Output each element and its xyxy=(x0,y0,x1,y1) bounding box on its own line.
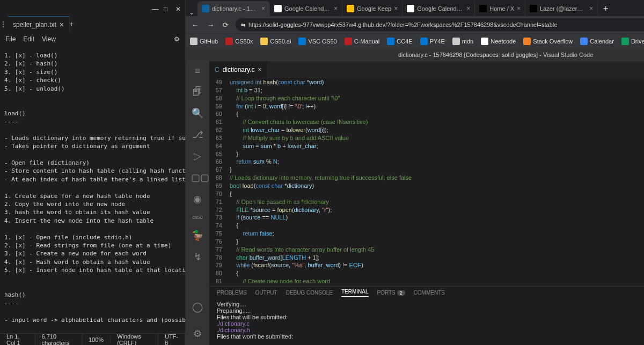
panel-tab-ports[interactable]: PORTS 2 xyxy=(377,290,405,296)
bookmark-label: GitHub xyxy=(200,38,218,45)
reload-icon[interactable]: ⟳ xyxy=(221,21,230,29)
tab-dropdown-icon[interactable]: ⌄ xyxy=(186,9,197,16)
browser-tab[interactable]: Google Calendar - Ta× xyxy=(402,1,475,16)
menu-file[interactable]: File xyxy=(5,35,16,43)
url-bar[interactable]: ⇆ https://solid-goggles-977vwwpp4rx537w4… xyxy=(236,18,644,31)
bookmark-label: Neetcode xyxy=(491,38,516,45)
bookmark-item[interactable]: CS50.ai xyxy=(260,38,291,45)
bookmark-favicon-icon xyxy=(260,38,268,45)
bookmark-favicon-icon xyxy=(621,38,629,45)
browser-tab[interactable]: dictionary.c - 157846× xyxy=(197,1,270,16)
panel-tab-terminal[interactable]: TERMINAL xyxy=(341,289,369,297)
vscode-main: ≡ 🗐 🔍 ⎇ ▷ ▢▢ ◉ cs50 🦆 ↯ ◯ ⚙ C dictionary… xyxy=(186,61,644,345)
url-text: https://solid-goggles-977vwwpp4rx537w4.g… xyxy=(248,21,557,28)
close-tab-icon[interactable]: × xyxy=(466,5,470,12)
bookmark-favicon-icon xyxy=(481,38,488,45)
new-tab-button[interactable]: + xyxy=(70,20,74,28)
bookmark-favicon-icon xyxy=(225,38,233,45)
explorer-icon[interactable]: 🗐 xyxy=(191,86,204,98)
live-share-icon[interactable]: ↯ xyxy=(191,251,204,263)
close-tab-icon[interactable]: × xyxy=(517,5,521,12)
bookmark-item[interactable]: Neetcode xyxy=(481,38,516,45)
bookmark-item[interactable]: PY4E xyxy=(420,38,445,45)
menu-icon[interactable]: ≡ xyxy=(191,65,204,77)
panel-tab-problems[interactable]: PROBLEMS xyxy=(217,290,247,296)
close-tab-icon[interactable]: × xyxy=(258,66,261,74)
settings-gear-icon[interactable]: ⚙ xyxy=(191,328,204,340)
close-icon[interactable]: ✕ xyxy=(175,5,181,11)
bookmark-item[interactable]: VSC CS50 xyxy=(298,38,336,45)
search-icon[interactable]: 🔍 xyxy=(191,107,204,119)
tab-label: Home / X xyxy=(489,5,514,12)
bookmark-item[interactable]: Stack Overflow xyxy=(523,38,573,45)
close-tab-icon[interactable]: × xyxy=(334,5,338,12)
bookmark-label: Stack Overflow xyxy=(533,38,573,45)
menu-view[interactable]: View xyxy=(42,35,56,43)
close-tab-icon[interactable]: × xyxy=(261,5,265,12)
code-editor[interactable]: 4957585960616263646566676869707172737475… xyxy=(209,78,644,286)
bookmarks-bar: GitHubCS50xCS50.aiVSC CS50C-ManualCC4EPY… xyxy=(186,33,644,48)
tab-label: Google Calendar - Ta xyxy=(417,5,464,12)
editor-tab-bar: C dictionary.c × style50 ◫ ⋯ xyxy=(209,61,644,78)
duck-icon[interactable]: 🦆 xyxy=(191,230,204,241)
bookmark-item[interactable]: mdn xyxy=(452,38,473,45)
bookmark-item[interactable]: GitHub xyxy=(190,38,218,45)
left-text-content[interactable]: 1. [x] - load() 2. [x] - hash() 3. [x] -… xyxy=(0,46,185,333)
terminal-output[interactable]: Verifying....Preparing.....Files that wi… xyxy=(209,299,644,345)
panel-tab-comments[interactable]: COMMENTS xyxy=(414,290,445,296)
bookmark-item[interactable]: C-Manual xyxy=(345,38,380,45)
new-browser-tab-button[interactable]: + xyxy=(598,1,613,16)
browser-tab[interactable]: Google Calendar - W× xyxy=(270,1,342,16)
browser-tab-strip: ⌄ dictionary.c - 157846×Google Calendar … xyxy=(186,0,644,16)
forward-icon[interactable]: → xyxy=(206,21,216,29)
close-tab-icon[interactable]: × xyxy=(394,5,398,12)
browser-nav-bar: ← → ⟳ ⇆ https://solid-goggles-977vwwpp4r… xyxy=(186,16,644,33)
close-tab-icon[interactable]: × xyxy=(589,5,593,12)
activity-bar: ≡ 🗐 🔍 ⎇ ▷ ▢▢ ◉ cs50 🦆 ↯ ◯ ⚙ xyxy=(186,61,209,345)
accounts-icon[interactable]: ◯ xyxy=(191,301,204,313)
editor-tab[interactable]: C dictionary.c × xyxy=(209,61,267,78)
status-zoom[interactable]: 100% xyxy=(82,336,111,343)
line-gutter: 4957585960616263646566676869707172737475… xyxy=(209,78,228,286)
maximize-icon[interactable]: □ xyxy=(164,5,169,11)
code-body[interactable]: unsigned int hash(const char *word) int … xyxy=(228,78,644,286)
tab-label: dictionary.c - 157846 xyxy=(212,5,259,12)
bookmark-item[interactable]: CS50x xyxy=(225,38,253,45)
browser-tab[interactable]: Lazer (@lazerXdev) /× xyxy=(525,1,598,16)
close-tab-icon[interactable]: × xyxy=(60,20,64,29)
tab-label: Google Keep xyxy=(357,5,391,12)
bookmark-favicon-icon xyxy=(298,38,306,45)
drag-handle-icon: ⋮⋮ xyxy=(0,20,8,28)
source-control-icon[interactable]: ⎇ xyxy=(191,129,204,141)
browser-tab[interactable]: Home / X× xyxy=(475,1,525,16)
extensions-icon[interactable]: ▢▢ xyxy=(191,172,204,183)
bookmark-label: VSC CS50 xyxy=(308,38,336,45)
remote-icon[interactable]: ◉ xyxy=(191,193,204,205)
bookmark-label: CC4E xyxy=(397,38,412,45)
back-icon[interactable]: ← xyxy=(190,21,200,29)
panel-tab-bar: PROBLEMS OUTPUT DEBUG CONSOLE TERMINAL P… xyxy=(209,287,644,299)
browser-tab[interactable]: Google Keep× xyxy=(342,1,402,16)
status-eol[interactable]: Windows (CRLF) xyxy=(111,333,158,346)
menu-edit[interactable]: Edit xyxy=(23,35,34,43)
left-window-controls: — □ ✕ xyxy=(0,0,185,16)
bookmark-item[interactable]: CC4E xyxy=(387,38,412,45)
status-position[interactable]: Ln 1, Col 1 xyxy=(0,333,35,346)
run-debug-icon[interactable]: ▷ xyxy=(191,150,204,162)
bookmark-item[interactable]: Drive xyxy=(621,38,644,45)
status-encoding[interactable]: UTF-8 xyxy=(158,333,185,346)
vscode-panel: PROBLEMS OUTPUT DEBUG CONSOLE TERMINAL P… xyxy=(209,286,644,345)
bookmark-item[interactable]: Calendar xyxy=(580,38,614,45)
panel-tab-output[interactable]: OUTPUT xyxy=(255,290,277,296)
file-tab-label: speller_plan.txt xyxy=(13,21,56,28)
favicon-icon xyxy=(407,5,414,12)
bookmark-label: CS50x xyxy=(235,38,253,45)
bookmark-favicon-icon xyxy=(452,38,460,45)
panel-tab-debug[interactable]: DEBUG CONSOLE xyxy=(286,290,333,296)
cs50-icon[interactable]: cs50 xyxy=(191,215,204,220)
site-settings-icon[interactable]: ⇆ xyxy=(241,22,245,28)
minimize-icon[interactable]: — xyxy=(152,5,157,11)
left-file-tab[interactable]: speller_plan.txt × xyxy=(8,16,70,32)
gear-icon[interactable]: ⚙ xyxy=(174,35,180,43)
bookmark-favicon-icon xyxy=(580,38,588,45)
